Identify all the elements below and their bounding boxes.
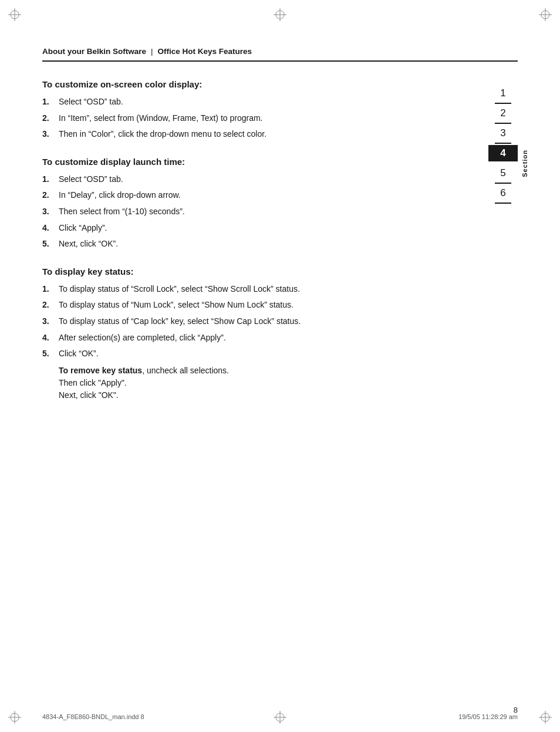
page-header: About your Belkin Software | Office Hot …	[42, 47, 518, 62]
section-label: Section	[521, 150, 528, 177]
header-title: Office Hot Keys Features	[158, 47, 252, 56]
nav-divider-3	[495, 143, 511, 144]
reg-mark-top-center	[274, 8, 286, 21]
step-text: Next, click “OK”.	[59, 238, 471, 250]
step-text: In “Item”, select from (Window, Frame, T…	[59, 113, 471, 124]
step-number: 5.	[42, 238, 54, 250]
step-text: Select “OSD” tab.	[59, 174, 471, 185]
step-number: 4.	[42, 332, 54, 344]
list-item: 2. In “Item”, select from (Window, Frame…	[42, 113, 471, 124]
step-text: To display status of “Cap lock” key, sel…	[59, 316, 471, 328]
list-item: 1. To display status of “Scroll Lock”, s…	[42, 284, 471, 295]
reg-mark-top-left	[8, 8, 21, 21]
nav-item-1: 1	[488, 85, 518, 105]
remove-key-bold: To remove key status	[59, 366, 142, 375]
page-content: About your Belkin Software | Office Hot …	[42, 47, 518, 697]
step-number: 5.	[42, 348, 54, 360]
list-item: 2. In “Delay”, click drop-down arrow.	[42, 190, 471, 201]
nav-item-3: 3	[488, 125, 518, 145]
footer-right: 19/5/05 11:28:29 am	[458, 713, 518, 720]
step-text: Then select from “(1-10) seconds”.	[59, 206, 471, 218]
list-item: 1. Select “OSD” tab.	[42, 96, 471, 108]
header-separator: |	[151, 47, 153, 56]
step-number: 2.	[42, 299, 54, 311]
content-area: To customize on-screen color display: 1.…	[42, 79, 488, 418]
nav-item-4: 4	[488, 145, 518, 161]
nav-number-5: 5	[488, 165, 518, 181]
instruction-list-key-status: 1. To display status of “Scroll Lock”, s…	[42, 284, 471, 360]
nav-divider-2	[495, 123, 511, 124]
nav-item-5-wrapper: 5 6	[488, 165, 518, 205]
nav-number-3: 3	[488, 125, 518, 141]
step-number: 3.	[42, 206, 54, 218]
step-text: Click “OK”.	[59, 348, 471, 360]
step-number: 1.	[42, 284, 54, 295]
main-layout: To customize on-screen color display: 1.…	[42, 79, 518, 418]
step-text: To display status of “Scroll Lock”, sele…	[59, 284, 471, 295]
list-item: 5. Next, click “OK”.	[42, 238, 471, 250]
reg-mark-bottom-left	[8, 711, 21, 724]
section-heading-launch-time: To customize display launch time:	[42, 157, 471, 167]
list-item: 4. After selection(s) are completed, cli…	[42, 332, 471, 344]
page-footer: 4834-A_F8E860-BNDL_man.indd 8 19/5/05 11…	[42, 713, 518, 720]
nav-item-5: 5	[488, 165, 518, 185]
step-number: 1.	[42, 174, 54, 185]
list-item: 4. Click “Apply”.	[42, 222, 471, 234]
nav-number-4-active: 4	[488, 145, 518, 161]
list-item: 3. Then select from “(1-10) seconds”.	[42, 206, 471, 218]
instruction-list-color-display: 1. Select “OSD” tab. 2. In “Item”, selec…	[42, 96, 471, 140]
step-text: Then in “Color”, click the drop-down men…	[59, 129, 471, 140]
step-text: In “Delay”, click drop-down arrow.	[59, 190, 471, 201]
step-number: 3.	[42, 129, 54, 140]
nav-number-6: 6	[488, 185, 518, 201]
step-text: Click “Apply”.	[59, 222, 471, 234]
instruction-list-launch-time: 1. Select “OSD” tab. 2. In “Delay”, clic…	[42, 174, 471, 250]
step-text: To display status of “Num Lock”, select …	[59, 299, 471, 311]
section-color-display: To customize on-screen color display: 1.…	[42, 79, 471, 140]
header-brand: About your Belkin Software	[42, 47, 146, 56]
list-item: 2. To display status of “Num Lock”, sele…	[42, 299, 471, 311]
nav-item-6: 6	[488, 185, 518, 205]
step-number: 1.	[42, 96, 54, 108]
list-item: 1. Select “OSD” tab.	[42, 174, 471, 185]
nav-divider-5	[495, 183, 511, 184]
list-item: 3. Then in “Color”, click the drop-down …	[42, 129, 471, 140]
list-item: 3. To display status of “Cap lock” key, …	[42, 316, 471, 328]
remove-key-status-block: To remove key status, uncheck all select…	[59, 365, 471, 402]
nav-number-2: 2	[488, 105, 518, 122]
footer-left: 4834-A_F8E860-BNDL_man.indd 8	[42, 713, 144, 720]
section-key-status: To display key status: 1. To display sta…	[42, 267, 471, 402]
step-number: 2.	[42, 113, 54, 124]
step-text: After selection(s) are completed, click …	[59, 332, 471, 344]
section-launch-time: To customize display launch time: 1. Sel…	[42, 157, 471, 250]
step-number: 2.	[42, 190, 54, 201]
nav-divider-1	[495, 103, 511, 104]
nav-number-1: 1	[488, 85, 518, 102]
page: About your Belkin Software | Office Hot …	[0, 0, 560, 732]
reg-mark-bottom-right	[539, 711, 552, 724]
section-nav: 1 2 3 4	[488, 85, 518, 205]
section-heading-key-status: To display key status:	[42, 267, 471, 276]
nav-item-2: 2	[488, 105, 518, 125]
section-sidebar: 1 2 3 4	[488, 79, 518, 418]
step-number: 4.	[42, 222, 54, 234]
nav-divider-6	[495, 203, 511, 204]
list-item: 5. Click “OK”.	[42, 348, 471, 360]
step-number: 3.	[42, 316, 54, 328]
section-heading-color-display: To customize on-screen color display:	[42, 79, 471, 89]
reg-mark-top-right	[539, 8, 552, 21]
step-text: Select “OSD” tab.	[59, 96, 471, 108]
